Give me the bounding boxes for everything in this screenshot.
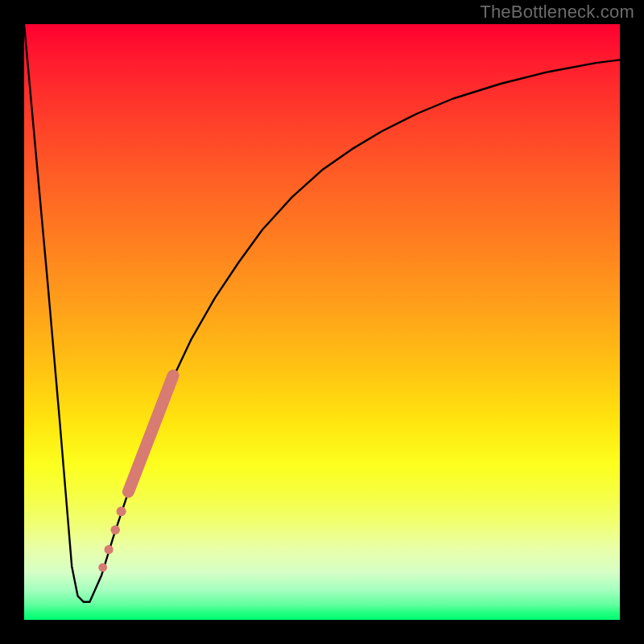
marker-segment [129,376,174,492]
marker-dot-4 [98,563,107,572]
curve-curve [24,24,620,602]
watermark-label: TheBottleneck.com [480,2,634,23]
chart-svg [24,24,620,620]
marker-dot-3 [104,545,113,554]
plot-area [24,24,620,620]
marker-dot-2 [110,525,120,535]
chart-frame: TheBottleneck.com [0,0,644,644]
marker-dot-1 [117,506,126,516]
